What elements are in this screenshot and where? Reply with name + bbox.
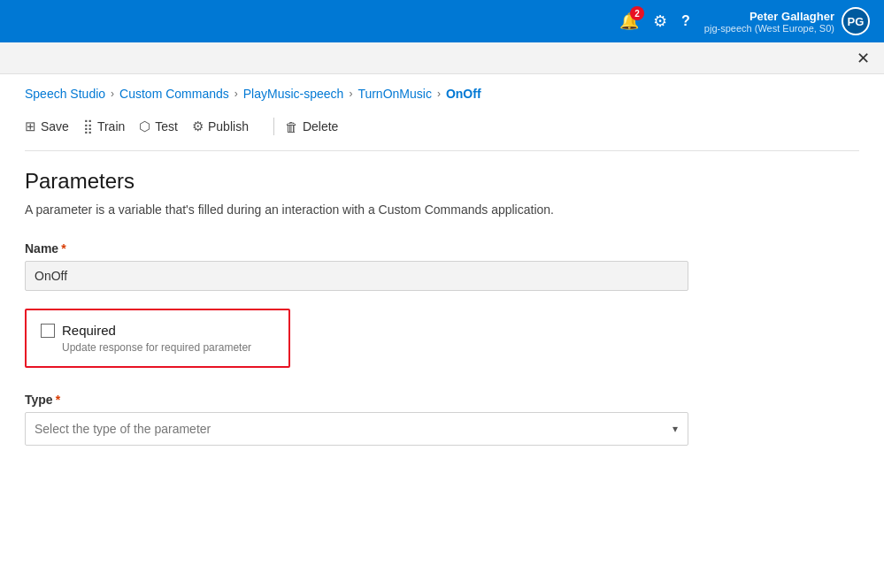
topbar: 🔔 2 ⚙ ? Peter Gallagher pjg-speech (West… bbox=[0, 0, 884, 42]
type-label: Type * bbox=[25, 393, 859, 407]
breadcrumb-sep-4: › bbox=[437, 88, 441, 100]
user-subscription: pjg-speech (West Europe, S0) bbox=[704, 23, 834, 34]
sub-topbar: ✕ bbox=[0, 42, 884, 74]
page-title: Parameters bbox=[25, 169, 859, 194]
breadcrumb-sep-2: › bbox=[234, 88, 238, 100]
publish-label: Publish bbox=[208, 119, 249, 134]
page-description: A parameter is a variable that's filled … bbox=[25, 202, 859, 217]
main-content: Speech Studio › Custom Commands › PlayMu… bbox=[0, 74, 884, 446]
train-icon: ⣿ bbox=[83, 118, 93, 134]
breadcrumb-speech-studio[interactable]: Speech Studio bbox=[25, 87, 105, 101]
breadcrumb-custom-commands[interactable]: Custom Commands bbox=[119, 87, 229, 101]
gear-icon[interactable]: ⚙ bbox=[653, 11, 667, 31]
type-select-wrapper: Select the type of the parameter ▾ bbox=[25, 412, 688, 446]
name-required-star: * bbox=[61, 241, 65, 256]
save-label: Save bbox=[41, 119, 69, 134]
type-select[interactable]: Select the type of the parameter bbox=[25, 412, 688, 446]
train-label: Train bbox=[97, 119, 125, 134]
close-button[interactable]: ✕ bbox=[857, 50, 870, 66]
required-hint: Update response for required parameter bbox=[62, 341, 274, 354]
publish-icon: ⚙ bbox=[192, 118, 204, 134]
user-name: Peter Gallagher bbox=[704, 10, 834, 23]
save-icon: ⊞ bbox=[25, 118, 36, 134]
avatar: PG bbox=[842, 7, 870, 35]
name-label: Name * bbox=[25, 241, 859, 256]
test-label: Test bbox=[155, 119, 178, 134]
type-required-star: * bbox=[56, 393, 60, 407]
required-section: Required Update response for required pa… bbox=[25, 309, 290, 368]
train-button[interactable]: ⣿ Train bbox=[83, 115, 135, 138]
test-icon: ⬡ bbox=[139, 118, 150, 134]
breadcrumb-current: OnOff bbox=[446, 87, 481, 101]
required-checkbox[interactable] bbox=[41, 324, 55, 338]
notification-badge: 2 bbox=[630, 6, 644, 20]
delete-button[interactable]: 🗑 Delete bbox=[285, 116, 349, 138]
user-info: Peter Gallagher pjg-speech (West Europe,… bbox=[704, 10, 834, 34]
toolbar-separator bbox=[273, 118, 274, 135]
name-input[interactable] bbox=[25, 261, 688, 291]
breadcrumb: Speech Studio › Custom Commands › PlayMu… bbox=[25, 74, 859, 110]
breadcrumb-sep-1: › bbox=[111, 88, 114, 100]
publish-button[interactable]: ⚙ Publish bbox=[192, 115, 259, 138]
required-label: Required bbox=[62, 323, 116, 338]
user-profile[interactable]: Peter Gallagher pjg-speech (West Europe,… bbox=[704, 7, 870, 35]
toolbar: ⊞ Save ⣿ Train ⬡ Test ⚙ Publish 🗑 Delete bbox=[25, 110, 859, 151]
notification-wrapper[interactable]: 🔔 2 bbox=[619, 11, 639, 31]
delete-icon: 🗑 bbox=[285, 119, 298, 134]
required-checkbox-row: Required bbox=[41, 323, 274, 338]
breadcrumb-turnonmusic[interactable]: TurnOnMusic bbox=[357, 87, 432, 101]
topbar-icons: 🔔 2 ⚙ ? Peter Gallagher pjg-speech (West… bbox=[619, 7, 870, 35]
test-button[interactable]: ⬡ Test bbox=[139, 115, 188, 138]
save-button[interactable]: ⊞ Save bbox=[25, 115, 80, 138]
breadcrumb-playmusic[interactable]: PlayMusic-speech bbox=[243, 87, 344, 101]
breadcrumb-sep-3: › bbox=[349, 88, 352, 100]
type-section: Type * Select the type of the parameter … bbox=[25, 393, 859, 446]
help-icon[interactable]: ? bbox=[681, 13, 690, 29]
delete-label: Delete bbox=[303, 119, 338, 134]
